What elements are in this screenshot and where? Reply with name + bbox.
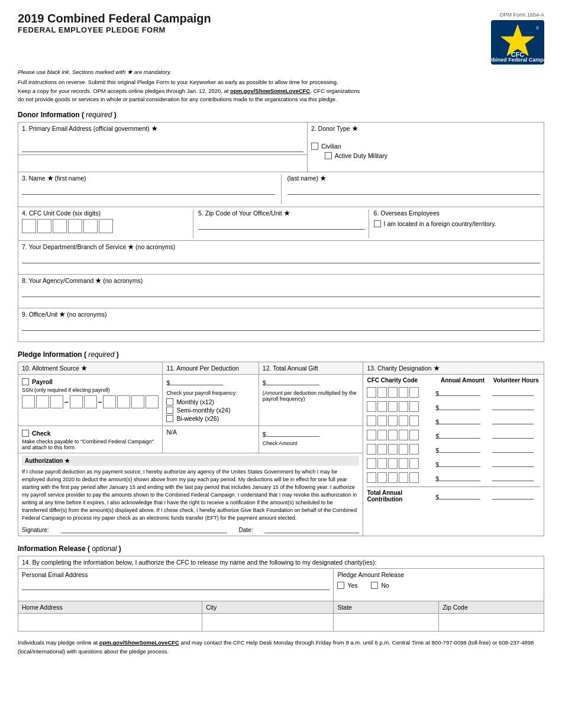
active-duty-checkbox[interactable] [325, 152, 332, 159]
code-box-6[interactable] [99, 219, 113, 233]
charity-amt-input-7[interactable] [439, 473, 480, 481]
charity-code-6-1[interactable] [367, 458, 376, 469]
ssn-box-3[interactable] [50, 395, 63, 408]
code-box-2[interactable] [37, 219, 51, 233]
ssn-box-2[interactable] [36, 395, 49, 408]
charity-code-6-4[interactable] [399, 458, 408, 469]
charity-code-5-3[interactable] [388, 444, 398, 455]
charity-code-2-1[interactable] [367, 401, 376, 412]
total-vol-input[interactable] [492, 491, 534, 500]
bi-weekly-checkbox[interactable] [166, 415, 173, 422]
overseas-checkbox[interactable] [374, 220, 381, 227]
payroll-option[interactable]: Payroll [22, 378, 159, 385]
ssn-box-6[interactable] [103, 395, 116, 408]
charity-code-7-5[interactable] [409, 472, 419, 483]
charity-code-5-5[interactable] [409, 444, 419, 455]
office-input[interactable] [22, 321, 540, 331]
charity-code-6-3[interactable] [388, 458, 398, 469]
charity-code-1-2[interactable] [377, 387, 387, 398]
ssn-box-9[interactable] [146, 395, 159, 408]
check-checkbox[interactable] [22, 430, 29, 437]
monthly-option[interactable]: Monthly (x12) [166, 398, 254, 405]
charity-amt-input-4[interactable] [439, 430, 480, 439]
charity-code-1-4[interactable] [399, 387, 408, 398]
charity-code-4-3[interactable] [388, 430, 398, 440]
charity-code-7-4[interactable] [399, 472, 408, 483]
state-input-cell[interactable] [334, 614, 439, 632]
charity-code-2-2[interactable] [377, 401, 387, 412]
charity-vol-input-6[interactable] [492, 459, 534, 467]
charity-code-4-5[interactable] [409, 430, 419, 440]
charity-amt-input-6[interactable] [439, 459, 480, 467]
ssn-box-5[interactable] [84, 395, 97, 408]
charity-code-1-5[interactable] [409, 387, 419, 398]
payroll-amount-input[interactable] [170, 377, 223, 385]
ssn-box-1[interactable] [22, 395, 35, 408]
charity-vol-input-5[interactable] [492, 444, 534, 453]
charity-code-5-2[interactable] [377, 444, 387, 455]
signature-field[interactable] [61, 527, 227, 533]
charity-code-1-3[interactable] [388, 387, 398, 398]
charity-code-2-3[interactable] [388, 401, 398, 412]
overseas-option[interactable]: I am located in a foreign country/territ… [374, 220, 540, 227]
charity-code-6-2[interactable] [377, 458, 387, 469]
code-box-3[interactable] [53, 219, 67, 233]
first-name-input[interactable] [22, 185, 275, 195]
code-box-4[interactable] [68, 219, 82, 233]
email-input[interactable] [22, 134, 303, 152]
last-name-input[interactable] [288, 185, 541, 195]
charity-code-3-3[interactable] [388, 415, 398, 426]
zip-code-input-cell[interactable] [439, 614, 544, 632]
charity-code-7-3[interactable] [388, 472, 398, 483]
charity-vol-input-3[interactable] [492, 416, 534, 424]
charity-code-3-2[interactable] [377, 415, 387, 426]
charity-code-3-4[interactable] [399, 415, 408, 426]
charity-code-4-1[interactable] [367, 430, 376, 440]
charity-code-4-4[interactable] [399, 430, 408, 440]
ssn-box-7[interactable] [117, 395, 130, 408]
charity-code-2-5[interactable] [409, 401, 419, 412]
payroll-checkbox[interactable] [22, 378, 29, 385]
zip-input[interactable] [198, 220, 364, 230]
semi-monthly-option[interactable]: Semi-monthly (x24) [166, 407, 254, 414]
ssn-box-4[interactable] [70, 395, 83, 408]
charity-code-3-5[interactable] [409, 415, 419, 426]
date-field[interactable] [264, 527, 359, 533]
home-address-input-cell[interactable] [18, 614, 202, 632]
yes-option[interactable]: Yes [337, 582, 357, 589]
charity-amt-input-5[interactable] [439, 444, 480, 453]
charity-amt-input-1[interactable] [439, 388, 480, 396]
charity-amt-input-3[interactable] [439, 416, 480, 424]
charity-vol-input-7[interactable] [492, 473, 534, 481]
charity-code-7-1[interactable] [367, 472, 376, 483]
check-option[interactable]: Check [22, 430, 159, 437]
charity-code-5-4[interactable] [399, 444, 408, 455]
charity-vol-input-2[interactable] [492, 402, 534, 410]
charity-code-7-2[interactable] [377, 472, 387, 483]
civilian-option[interactable]: Civilian [311, 143, 540, 150]
ssn-box-8[interactable] [131, 395, 144, 408]
charity-vol-input-1[interactable] [492, 388, 534, 396]
charity-amt-input-2[interactable] [439, 402, 480, 410]
active-duty-option[interactable]: Active Duty Military [325, 152, 387, 159]
bi-weekly-option[interactable]: Bi-weekly (x26) [166, 415, 254, 422]
charity-code-6-5[interactable] [409, 458, 419, 469]
total-annual-input[interactable] [266, 377, 319, 385]
dept-input[interactable] [22, 254, 540, 263]
charity-code-3-1[interactable] [367, 415, 376, 426]
semi-monthly-checkbox[interactable] [166, 407, 173, 414]
personal-email-input[interactable] [22, 581, 330, 590]
no-option[interactable]: No [371, 582, 389, 589]
total-contrib-input[interactable] [439, 491, 480, 500]
charity-code-5-1[interactable] [367, 444, 376, 455]
agency-input[interactable] [22, 288, 540, 297]
no-checkbox[interactable] [371, 582, 378, 589]
monthly-checkbox[interactable] [166, 398, 173, 405]
charity-code-4-2[interactable] [377, 430, 387, 440]
civilian-checkbox[interactable] [311, 143, 318, 150]
check-amount-input[interactable] [266, 429, 319, 437]
code-box-5[interactable] [83, 219, 98, 233]
charity-code-2-4[interactable] [399, 401, 408, 412]
yes-checkbox[interactable] [337, 582, 344, 589]
code-box-1[interactable] [22, 219, 36, 233]
